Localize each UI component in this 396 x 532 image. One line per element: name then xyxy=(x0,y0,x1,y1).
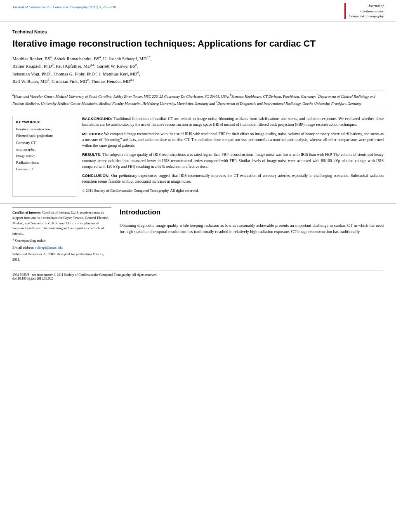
keyword-item: Filtered back-projection; xyxy=(16,132,73,139)
footnotes: Conflict of interest: Conflict of intere… xyxy=(12,207,111,264)
corresponding-author: * Corresponding author. xyxy=(12,238,111,243)
keyword-item: Radiation dose; xyxy=(16,159,73,166)
keyword-item: Coronary CT xyxy=(16,139,73,146)
footer-text: 1934-5925/$ - see front matter © 2011 So… xyxy=(12,273,384,280)
footer: 1934-5925/$ - see front matter © 2011 So… xyxy=(12,271,384,280)
keywords-list: Iterative reconstruction; Filtered back-… xyxy=(16,126,73,172)
submitted-info: Submitted December 20, 2010. Accepted fo… xyxy=(12,252,111,262)
abstract-conclusion: CONCLUSION: Our preliminary experiences … xyxy=(82,173,384,185)
abstract-methods: METHODS: We compared image reconstructio… xyxy=(82,131,384,149)
section-divider xyxy=(0,203,396,204)
affiliations: aHeart and Vascular Center, Medical Univ… xyxy=(12,90,384,109)
abstract-background: BACKGROUND: Traditional limitations of c… xyxy=(82,116,384,128)
intro-text: Obtaining diagnostic image quality while… xyxy=(120,222,384,235)
bottom-section: Conflict of interest: Conflict of intere… xyxy=(0,207,396,264)
keywords-title: KEYWORDS: xyxy=(16,120,73,124)
journal-logo: Journal of Cardiovascular Computed Tomog… xyxy=(344,3,384,19)
keyword-item: Image noise; xyxy=(16,153,73,159)
email-link[interactable]: schoepf@musc.edu xyxy=(35,245,63,250)
main-content: Technical Notes Iterative image reconstr… xyxy=(0,22,396,197)
email-address: E-mail address: schoepf@musc.edu xyxy=(12,245,111,250)
intro-title: Introduction xyxy=(120,207,384,218)
keyword-item: Cardiac CT xyxy=(16,166,73,172)
copyright: © 2011 Society of Cardiovascular Compute… xyxy=(82,188,384,194)
abstract-text: BACKGROUND: Traditional limitations of c… xyxy=(82,116,384,197)
article-title: Iterative image reconstruction technique… xyxy=(12,38,384,49)
conflict-of-interest: Conflict of interest: Conflict of intere… xyxy=(12,210,111,236)
abstract-section: KEYWORDS: Iterative reconstruction; Filt… xyxy=(12,116,384,197)
keyword-item: Iterative reconstruction; xyxy=(16,126,73,132)
introduction: Introduction Obtaining diagnostic image … xyxy=(120,207,384,264)
journal-citation: Journal of Cardiovascular Computed Tomog… xyxy=(12,3,116,9)
keyword-item: angiography; xyxy=(16,146,73,153)
section-label: Technical Notes xyxy=(12,29,384,34)
authors: Matthias Renker, BSa, Ashok Ramachandra,… xyxy=(12,55,384,85)
keywords-box: KEYWORDS: Iterative reconstruction; Filt… xyxy=(12,116,76,197)
page: Journal of Cardiovascular Computed Tomog… xyxy=(0,0,396,532)
abstract-results: RESULTS: The subjective image quality of… xyxy=(82,152,384,169)
header: Journal of Cardiovascular Computed Tomog… xyxy=(0,0,396,22)
